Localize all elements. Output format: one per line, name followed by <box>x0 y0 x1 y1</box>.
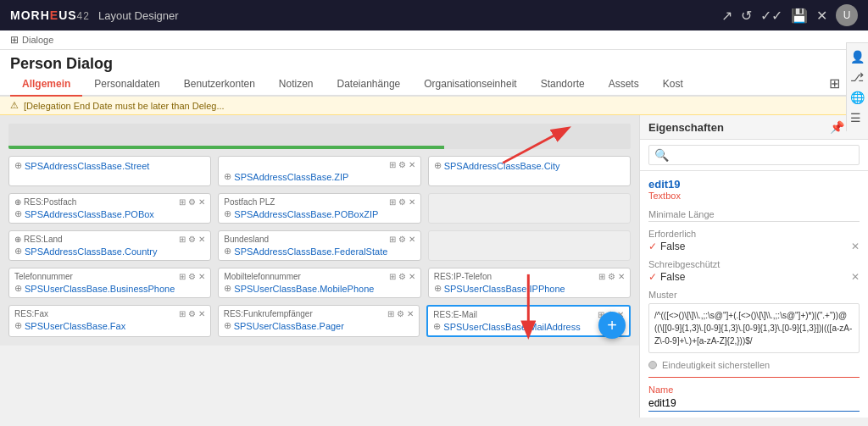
name-label: Name <box>648 385 860 395</box>
field-street: ⊕ SPSAddressClassBase.Street <box>8 156 211 186</box>
prop-section-title: edit19 Textbox <box>648 178 860 201</box>
field-label: SPSAddressClassBase.ZIP <box>234 172 348 182</box>
close-icon[interactable]: ✕ <box>198 197 205 207</box>
field-icon: ⊕ <box>14 208 22 219</box>
close-icon[interactable]: ✕ <box>198 272 205 281</box>
muster-value: /^(([<>()\[\]\\.,;:\s@"]+(.[<>()\[\]\\.,… <box>648 303 860 353</box>
tab-benutzerkonten[interactable]: Benutzerkonten <box>172 73 267 97</box>
canvas-wrapper: ⊕ SPSAddressClassBase.Street ⊞ ⚙ ✕ <box>0 115 639 418</box>
gear-icon-zip[interactable]: ⚙ <box>398 160 406 169</box>
field-zip: ⊞ ⚙ ✕ ⊕ SPSAddressClassBase.ZIP <box>218 156 420 186</box>
search-input[interactable] <box>648 145 860 165</box>
tab-standorte[interactable]: Standorte <box>529 73 597 97</box>
tab-kost[interactable]: Kost <box>651 73 695 97</box>
close-icon[interactable]: ✕ <box>407 309 414 318</box>
gear-icon[interactable]: ⚙ <box>188 235 196 244</box>
share-icon[interactable]: ↗ <box>721 8 732 24</box>
close-icon[interactable]: ✕ <box>618 272 625 281</box>
panel-title: Eigenschaften <box>648 121 724 134</box>
undo-icon[interactable]: ↺ <box>741 8 752 24</box>
schreibgeschuetzt-value: False <box>660 271 685 283</box>
tab-organisationseinheit[interactable]: Organisationseinheit <box>412 73 528 97</box>
field-empty-1 <box>428 193 631 224</box>
field-pobox: ⊕ RES:Postfach ⊞ ⚙ ✕ ⊕ SPSAddressClassBa… <box>8 193 211 224</box>
field-label: SPSAddressClassBase.POBoxZIP <box>234 209 378 219</box>
field-row-3: Telefonnummer ⊞ ⚙ ✕ ⊕ SPSUserClassBase.B… <box>8 268 631 298</box>
field-icon: ⊕ <box>224 283 231 294</box>
grid-icon[interactable]: ⊞ <box>389 197 396 207</box>
grid-icon[interactable]: ⊞ <box>179 272 186 281</box>
close-icon[interactable]: ✕ <box>198 309 205 318</box>
list-icon[interactable]: ☰ <box>850 115 865 124</box>
field-icon: ⊕ <box>434 283 442 294</box>
gear-icon[interactable]: ⚙ <box>398 272 406 281</box>
grid-icon[interactable]: ⊞ <box>387 309 394 318</box>
field-empty-2 <box>428 230 631 261</box>
gear-icon[interactable]: ⚙ <box>188 197 196 207</box>
field-label: SPSUserClassBase.Pager <box>234 321 344 331</box>
gear-icon[interactable]: ⚙ <box>397 309 404 318</box>
tab-notizen[interactable]: Notizen <box>267 73 326 97</box>
tab-allgemein[interactable]: Allgemein <box>10 73 82 97</box>
close-icon[interactable]: ✕ <box>198 235 205 244</box>
check-icon[interactable]: ✓✓ <box>760 8 782 24</box>
field-row-2: ⊕ RES:Land ⊞ ⚙ ✕ ⊕ SPSAddressClassBase.C… <box>8 230 631 261</box>
avatar[interactable]: U <box>836 4 858 26</box>
close-icon[interactable]: ✕ <box>409 235 415 244</box>
erforderlich-clear-icon[interactable]: ✕ <box>851 241 860 252</box>
field-icon: ⊕ <box>433 321 441 332</box>
erforderlich-check-icon: ✓ <box>648 241 657 252</box>
address-bar <box>8 124 631 149</box>
close-icon[interactable]: ✕ <box>409 272 415 281</box>
field-row-1: ⊕ RES:Postfach ⊞ ⚙ ✕ ⊕ SPSAddressClassBa… <box>8 193 631 224</box>
gear-icon[interactable]: ⚙ <box>398 235 406 244</box>
field-land: ⊕ RES:Land ⊞ ⚙ ✕ ⊕ SPSAddressClassBase.C… <box>8 230 211 261</box>
field-label: SPSUserClassBase.Fax <box>25 321 125 331</box>
schreibgeschuetzt-clear-icon[interactable]: ✕ <box>851 271 860 283</box>
canvas: ⊕ SPSAddressClassBase.Street ⊞ ⚙ ✕ <box>0 115 639 346</box>
fab-add-button[interactable]: + <box>598 312 626 339</box>
breadcrumb-text: Dialoge <box>22 35 53 45</box>
panel-content: edit19 Textbox Minimale Länge Erforderli… <box>640 171 868 418</box>
grid-icon[interactable]: ⊞ <box>179 309 186 318</box>
close-icon-zip[interactable]: ✕ <box>409 160 415 169</box>
grid-icon[interactable]: ⊞ <box>179 235 186 244</box>
gear-icon[interactable]: ⚙ <box>608 272 615 281</box>
grid-icon: ⊞ <box>10 34 19 46</box>
top-bar-actions: ↗ ↺ ✓✓ 💾 ✕ U <box>721 4 858 26</box>
close-icon[interactable]: ✕ <box>409 197 415 207</box>
eindeutigkeit-toggle[interactable] <box>648 361 657 369</box>
tab-assets[interactable]: Assets <box>597 73 651 97</box>
pin-icon[interactable]: 📌 <box>830 120 844 134</box>
grid-icon[interactable]: ⊞ <box>179 197 186 207</box>
main-layout: ⊕ SPSAddressClassBase.Street ⊞ ⚙ ✕ <box>0 115 868 418</box>
grid-icon[interactable]: ⊞ <box>389 235 396 244</box>
logo: MORHEUS42 <box>10 8 90 22</box>
field-label: SPSAddressClassBase.POBox <box>25 209 154 219</box>
panel-search <box>640 140 868 171</box>
grid-icon[interactable]: ⊞ <box>389 272 396 281</box>
field-icon: ⊕ <box>434 160 442 171</box>
right-panel: Eigenschaften 📌 ✕ edit19 Textbox Minimal… <box>639 115 868 418</box>
name-input[interactable] <box>648 396 860 412</box>
save-icon[interactable]: 💾 <box>791 8 808 24</box>
tabs-bar: Allgemein Personaldaten Benutzerkonten N… <box>0 73 868 97</box>
field-mobil: Mobiltelefonnummer ⊞ ⚙ ✕ ⊕ SPSUserClassB… <box>218 268 420 298</box>
field-fax: RES:Fax ⊞ ⚙ ✕ ⊕ SPSUserClassBase.Fax <box>8 305 211 337</box>
grid-icon-zip[interactable]: ⊞ <box>389 160 396 169</box>
schreibgeschuetzt-row: ✓ False ✕ <box>648 271 860 283</box>
close-icon[interactable]: ✕ <box>816 8 827 24</box>
field-city: ⊕ SPSAddressClassBase.City <box>428 156 631 186</box>
field-pager: RES:Funkrufempfänger ⊞ ⚙ ✕ ⊕ SPSUserClas… <box>218 305 420 337</box>
gear-icon[interactable]: ⚙ <box>398 197 406 207</box>
eindeutigkeit-row: Eindeutigkeit sicherstellen <box>648 360 860 370</box>
tab-add-icon[interactable]: ⊞ <box>829 75 840 91</box>
grid-icon[interactable]: ⊞ <box>598 272 605 281</box>
gear-icon[interactable]: ⚙ <box>188 309 196 318</box>
field-label: SPSUserClassBase.MobilePhone <box>234 284 374 294</box>
field-poboxzip: Postfach PLZ ⊞ ⚙ ✕ ⊕ SPSAddressClassBase… <box>218 193 420 224</box>
field-label: SPSUserClassBase.IPPhone <box>444 284 565 294</box>
gear-icon[interactable]: ⚙ <box>188 272 196 281</box>
tab-dateianhaenge[interactable]: Dateianhänge <box>326 73 413 97</box>
tab-personaldaten[interactable]: Personaldaten <box>82 73 171 97</box>
